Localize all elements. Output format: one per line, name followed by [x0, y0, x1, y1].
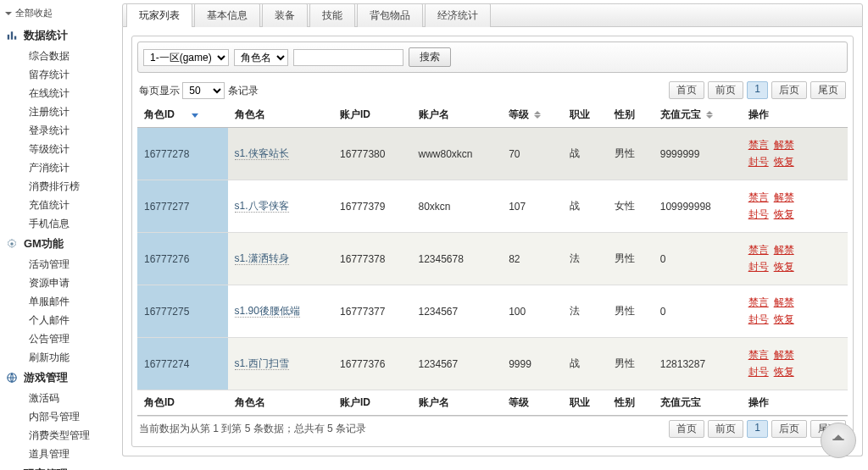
section-globe[interactable]: 游戏管理 [0, 367, 119, 389]
op-link[interactable]: 恢复 [774, 155, 794, 169]
pager-page[interactable]: 1 [747, 420, 768, 438]
server-select[interactable]: 1-一区(game) [143, 49, 229, 66]
menu-item[interactable]: 注册统计 [0, 102, 119, 121]
menu-item[interactable]: 综合数据 [0, 47, 119, 65]
menu-item[interactable]: 留存统计 [0, 65, 119, 84]
col-header[interactable]: 角色名 [228, 102, 333, 128]
col-header[interactable]: 充值元宝 [654, 102, 742, 128]
menu-item[interactable]: 活动管理 [0, 255, 119, 274]
cell-role-id[interactable]: 16777274 [137, 338, 228, 390]
pager-first[interactable]: 首页 [669, 420, 704, 438]
menu-item[interactable]: 个人邮件 [0, 311, 119, 329]
tab[interactable]: 玩家列表 [126, 3, 192, 27]
menu-item[interactable]: 内部号管理 [0, 407, 119, 426]
role-name-link[interactable]: s1.潇洒转身 [235, 252, 289, 265]
col-header[interactable]: 操作 [742, 102, 848, 128]
cell-level: 100 [502, 285, 563, 338]
main-panel: 玩家列表基本信息装备技能背包物品经济统计 1-一区(game) 角色名 搜索 每… [119, 0, 868, 470]
pager-prev[interactable]: 前页 [708, 81, 743, 99]
cell-role-id[interactable]: 16777277 [137, 180, 228, 233]
role-name-link[interactable]: s1.侠客站长 [235, 147, 289, 160]
cell-role-id[interactable]: 16777275 [137, 285, 228, 338]
col-header[interactable]: 角色ID [137, 390, 228, 416]
col-header[interactable]: 等级 [502, 390, 563, 416]
pager-next[interactable]: 后页 [771, 420, 807, 438]
col-header[interactable]: 职业 [563, 102, 608, 128]
menu-item[interactable]: 刷新功能 [0, 348, 119, 367]
search-button[interactable]: 搜索 [409, 47, 451, 67]
tab[interactable]: 背包物品 [357, 3, 423, 27]
tab[interactable]: 装备 [262, 3, 308, 27]
op-link[interactable]: 封号 [748, 207, 769, 222]
cell-job: 法 [563, 285, 608, 338]
tab[interactable]: 经济统计 [425, 3, 491, 27]
menu-item[interactable]: 单服邮件 [0, 292, 119, 311]
menu-item[interactable]: 等级统计 [0, 140, 119, 158]
menu-item[interactable]: 产消统计 [0, 158, 119, 177]
op-link[interactable]: 禁言 [748, 138, 769, 152]
op-link[interactable]: 禁言 [748, 191, 769, 205]
menu-label: 注册统计 [29, 106, 70, 118]
op-link[interactable]: 封号 [748, 260, 769, 274]
menu-item[interactable]: 充值统计 [0, 196, 119, 214]
col-header[interactable]: 账户ID [333, 102, 411, 128]
collapse-all[interactable]: 全部收起 [0, 5, 119, 25]
op-link[interactable]: 禁言 [748, 296, 769, 310]
op-link[interactable]: 封号 [748, 365, 769, 379]
pager-last[interactable]: 尾页 [810, 81, 846, 99]
cell-acct-name: www80xkcn [412, 128, 503, 180]
col-header[interactable]: 账户ID [333, 390, 411, 416]
col-header[interactable]: 充值元宝 [654, 390, 742, 416]
role-name-link[interactable]: s1.90後腰低端 [235, 305, 300, 318]
col-header[interactable]: 职业 [563, 390, 608, 416]
op-link[interactable]: 恢复 [774, 312, 794, 327]
menu-item[interactable]: 登录统计 [0, 121, 119, 140]
col-header[interactable]: 角色名 [228, 390, 333, 416]
pager-page[interactable]: 1 [747, 81, 768, 99]
page-size-select[interactable]: 50 [182, 82, 225, 99]
pager-prev[interactable]: 前页 [708, 420, 743, 438]
scroll-top-button[interactable] [821, 423, 856, 458]
op-link[interactable]: 解禁 [774, 296, 794, 310]
op-link[interactable]: 解禁 [774, 138, 794, 152]
pager-next[interactable]: 后页 [771, 81, 807, 99]
section-gear[interactable]: GM功能 [0, 233, 119, 255]
op-link[interactable]: 解禁 [774, 348, 794, 362]
menu-item[interactable]: 激活码 [0, 389, 119, 407]
menu-item[interactable]: 手机信息 [0, 214, 119, 233]
search-input[interactable] [293, 49, 403, 66]
tab[interactable]: 基本信息 [194, 3, 260, 27]
field-select[interactable]: 角色名 [234, 49, 288, 66]
cell-role-id[interactable]: 16777278 [137, 128, 228, 180]
op-link[interactable]: 解禁 [774, 243, 794, 257]
menu-item[interactable]: 在线统计 [0, 84, 119, 102]
op-link[interactable]: 禁言 [748, 243, 769, 257]
pager-first[interactable]: 首页 [669, 81, 704, 99]
op-link[interactable]: 恢复 [774, 260, 794, 274]
tab[interactable]: 技能 [309, 3, 355, 27]
menu-item[interactable]: 公告管理 [0, 329, 119, 348]
op-link[interactable]: 禁言 [748, 348, 769, 362]
menu-item[interactable]: 资源申请 [0, 274, 119, 292]
cell-role-id[interactable]: 16777276 [137, 233, 228, 285]
op-link[interactable]: 封号 [748, 155, 769, 169]
col-header[interactable]: 性别 [608, 102, 653, 128]
col-header[interactable]: 角色ID [137, 102, 228, 128]
op-link[interactable]: 恢复 [774, 207, 794, 222]
col-header[interactable]: 账户名 [412, 390, 503, 416]
col-header[interactable]: 账户名 [412, 102, 503, 128]
section-bar[interactable]: 数据统计 [0, 25, 119, 47]
col-header[interactable]: 操作 [742, 390, 848, 416]
menu-item[interactable]: 道具管理 [0, 445, 119, 463]
menu-item[interactable]: 消费排行榜 [0, 177, 119, 196]
role-name-link[interactable]: s1.西门扫雪 [235, 357, 289, 370]
role-name-link[interactable]: s1.八零侠客 [235, 200, 289, 213]
op-link[interactable]: 封号 [748, 312, 769, 327]
menu-item[interactable]: 消费类型管理 [0, 426, 119, 445]
op-link[interactable]: 解禁 [774, 191, 794, 205]
section-user[interactable]: 玩家管理 [0, 463, 119, 470]
op-link[interactable]: 恢复 [774, 365, 794, 379]
svg-rect-2 [14, 36, 16, 40]
col-header[interactable]: 等级 [502, 102, 563, 128]
col-header[interactable]: 性别 [608, 390, 653, 416]
